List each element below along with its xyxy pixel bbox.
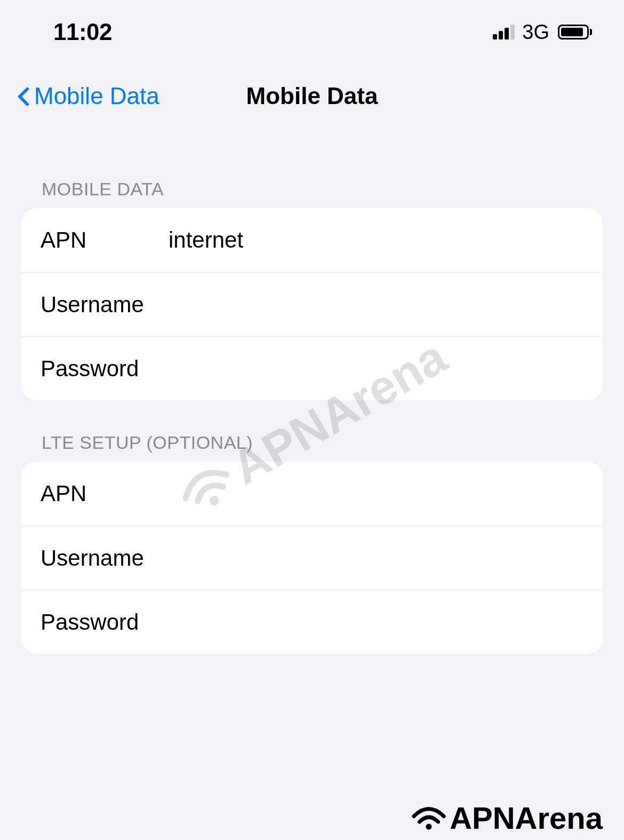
password-input[interactable] <box>169 356 583 382</box>
lte-password-input[interactable] <box>169 609 583 635</box>
nav-title: Mobile Data <box>246 83 378 109</box>
lte-username-input[interactable] <box>169 545 583 571</box>
row-username[interactable]: Username <box>21 272 603 336</box>
network-type: 3G <box>522 21 549 44</box>
password-label: Password <box>41 356 169 382</box>
status-bar: 11:02 3G <box>0 0 624 56</box>
username-input[interactable] <box>169 292 583 318</box>
apn-label: APN <box>41 227 169 253</box>
lte-apn-input[interactable] <box>169 481 583 506</box>
row-lte-password[interactable]: Password <box>21 590 603 654</box>
chevron-left-icon <box>16 84 31 108</box>
svg-point-1 <box>426 823 432 829</box>
row-lte-username[interactable]: Username <box>21 526 603 590</box>
lte-apn-label: APN <box>41 481 169 506</box>
battery-icon <box>558 25 592 39</box>
lte-password-label: Password <box>41 609 169 635</box>
section-header-lte: LTE SETUP (OPTIONAL) <box>0 400 624 462</box>
row-apn[interactable]: APN <box>21 208 603 272</box>
row-password[interactable]: Password <box>21 336 603 400</box>
row-lte-apn[interactable]: APN <box>21 462 603 526</box>
signal-icon <box>493 25 515 39</box>
bottom-logo: APNArena <box>410 800 603 836</box>
nav-bar: Mobile Data Mobile Data <box>0 56 624 125</box>
section-group-lte: APN Username Password <box>21 462 603 654</box>
back-button[interactable]: Mobile Data <box>16 83 159 109</box>
lte-username-label: Username <box>41 545 169 571</box>
username-label: Username <box>41 292 169 318</box>
status-right: 3G <box>493 21 592 44</box>
apn-input[interactable] <box>169 227 583 253</box>
status-time: 11:02 <box>53 19 112 45</box>
section-header-mobile-data: MOBILE DATA <box>0 125 624 208</box>
back-label: Mobile Data <box>34 83 159 109</box>
section-group-mobile-data: APN Username Password <box>21 208 603 400</box>
bottom-logo-text: APNArena <box>450 800 603 836</box>
wifi-icon <box>410 805 447 831</box>
